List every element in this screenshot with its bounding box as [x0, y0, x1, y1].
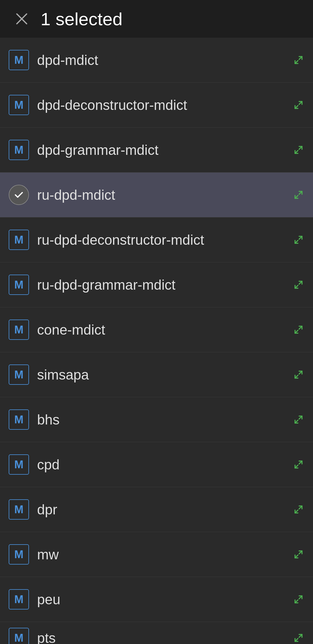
item-name: cone-mdict	[37, 322, 293, 338]
expand-icon[interactable]	[293, 279, 304, 291]
item-name: peu	[37, 592, 293, 607]
item-name: dpd-deconstructor-mdict	[37, 97, 293, 113]
list-item[interactable]: Mcpd	[0, 442, 313, 487]
m-icon: M	[9, 544, 29, 565]
check-icon	[9, 185, 29, 205]
expand-icon[interactable]	[293, 234, 304, 246]
m-icon: M	[9, 454, 29, 475]
item-name: dpd-grammar-mdict	[37, 142, 293, 158]
list-item[interactable]: Mbhs	[0, 397, 313, 442]
m-icon: M	[9, 95, 29, 115]
item-name: pts	[37, 630, 293, 644]
m-icon: M	[9, 589, 29, 609]
item-name: simsapa	[37, 367, 293, 383]
list-item[interactable]: Mmw	[0, 532, 313, 577]
m-icon: M	[9, 275, 29, 295]
list-item[interactable]: Mdpd-mdict	[0, 38, 313, 83]
item-name: ru-dpd-grammar-mdict	[37, 277, 293, 293]
close-button[interactable]	[12, 9, 32, 29]
expand-icon[interactable]	[293, 324, 304, 335]
list-item[interactable]: Mdpr	[0, 487, 313, 532]
item-name: ru-dpd-deconstructor-mdict	[37, 232, 293, 248]
expand-icon[interactable]	[293, 504, 304, 515]
list-item[interactable]: Mcone-mdict	[0, 307, 313, 352]
expand-icon[interactable]	[293, 189, 304, 201]
m-icon: M	[9, 409, 29, 430]
item-name: cpd	[37, 457, 293, 473]
expand-icon[interactable]	[293, 144, 304, 156]
m-icon: M	[9, 628, 29, 644]
item-name: dpr	[37, 502, 293, 518]
expand-icon[interactable]	[293, 54, 304, 66]
expand-icon[interactable]	[293, 632, 304, 644]
m-icon: M	[9, 140, 29, 160]
list-item[interactable]: Msimsapa	[0, 352, 313, 397]
expand-icon[interactable]	[293, 99, 304, 111]
m-icon: M	[9, 50, 29, 70]
m-icon: M	[9, 230, 29, 250]
item-name: dpd-mdict	[37, 52, 293, 68]
m-icon: M	[9, 499, 29, 520]
list-item[interactable]: Mru-dpd-grammar-mdict	[0, 262, 313, 307]
expand-icon[interactable]	[293, 414, 304, 425]
page-title: 1 selected	[41, 9, 123, 29]
item-name: bhs	[37, 412, 293, 428]
m-icon: M	[9, 364, 29, 385]
list-item[interactable]: Mru-dpd-deconstructor-mdict	[0, 217, 313, 262]
list-item[interactable]: Mdpd-deconstructor-mdict	[0, 83, 313, 128]
expand-icon[interactable]	[293, 549, 304, 560]
expand-icon[interactable]	[293, 369, 304, 380]
m-icon: M	[9, 320, 29, 340]
expand-icon[interactable]	[293, 594, 304, 605]
dictionary-list: Mdpd-mdict Mdpd-deconstructor-mdict Mdpd…	[0, 38, 313, 644]
list-item[interactable]: ru-dpd-mdict	[0, 173, 313, 217]
expand-icon[interactable]	[293, 459, 304, 470]
item-name: mw	[37, 547, 293, 563]
list-item[interactable]: Mpts	[0, 622, 313, 644]
list-item[interactable]: Mdpd-grammar-mdict	[0, 128, 313, 173]
list-item[interactable]: Mpeu	[0, 577, 313, 622]
header: 1 selected	[0, 0, 313, 38]
item-name: ru-dpd-mdict	[37, 187, 293, 203]
